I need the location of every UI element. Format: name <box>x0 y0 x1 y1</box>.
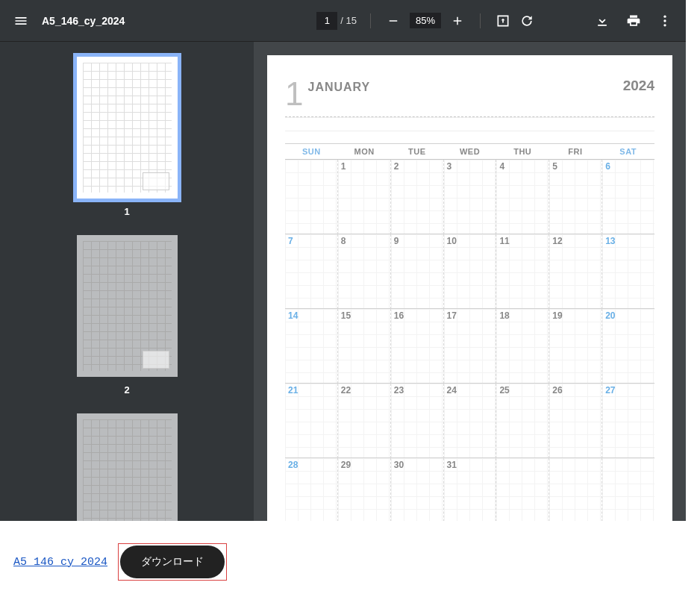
day-number: 13 <box>605 236 615 246</box>
svg-point-2 <box>663 24 666 26</box>
calendar-grid: SUNMONTUEWEDTHUFRISAT1234567891011121314… <box>285 144 654 521</box>
month-name: JANUARY <box>307 81 370 94</box>
day-number: 25 <box>499 385 509 396</box>
page-input[interactable] <box>316 12 337 30</box>
zoom-out-icon[interactable] <box>384 12 402 30</box>
zoom-controls: 85% <box>384 12 466 30</box>
thumbnail[interactable]: 2 <box>0 235 254 396</box>
day-cell: 3 <box>444 160 497 234</box>
day-cell: 7 <box>285 234 338 309</box>
thumbnail-page <box>77 57 178 199</box>
day-cell: 19 <box>549 309 602 384</box>
day-number: 15 <box>341 310 351 321</box>
month-number: 1 <box>285 78 303 110</box>
day-number: 20 <box>605 310 615 321</box>
dow-label: MON <box>338 144 391 159</box>
day-cell: 11 <box>496 234 549 309</box>
day-number: 4 <box>499 161 504 172</box>
day-number: 6 <box>605 161 610 172</box>
day-cell: 22 <box>338 384 391 458</box>
download-highlight: ダウンロード <box>118 543 227 581</box>
page-total: / 15 <box>340 15 357 26</box>
week-row: 123456 <box>285 160 654 234</box>
day-cell: 18 <box>496 309 549 384</box>
day-number: 3 <box>447 161 452 172</box>
zoom-in-icon[interactable] <box>449 12 466 30</box>
day-cell: 13 <box>602 234 654 309</box>
main-view[interactable]: 1 JANUARY 2024 SUNMONTUEWEDTHUFRISAT1234… <box>254 42 686 521</box>
thumbnail-page <box>77 235 178 377</box>
download-icon[interactable] <box>593 12 611 30</box>
day-number: 23 <box>394 385 404 396</box>
divider <box>480 13 481 28</box>
day-cell: 8 <box>338 234 391 309</box>
day-cell: 27 <box>602 384 654 458</box>
file-link[interactable]: A5_146_cy_2024 <box>13 556 107 569</box>
day-cell: 14 <box>285 309 338 384</box>
fit-page-icon[interactable] <box>494 12 512 30</box>
rotate-icon[interactable] <box>518 12 536 30</box>
day-cell: 1 <box>338 160 391 234</box>
day-cell: 29 <box>338 458 391 521</box>
day-cell: 30 <box>391 458 444 521</box>
day-number: 29 <box>341 460 351 470</box>
day-cell: 2 <box>391 160 444 234</box>
day-number: 12 <box>552 236 562 246</box>
day-cell: 16 <box>391 309 444 384</box>
svg-point-0 <box>663 15 666 17</box>
divider <box>370 13 371 28</box>
thumbnail-label: 1 <box>124 206 129 217</box>
zoom-value: 85% <box>410 13 441 28</box>
day-number: 2 <box>394 161 399 172</box>
page-footer: A5_146_cy_2024 ダウンロード <box>0 521 700 597</box>
download-button[interactable]: ダウンロード <box>120 546 225 578</box>
print-icon[interactable] <box>625 12 643 30</box>
dow-label: WED <box>443 144 496 159</box>
week-row: 78910111213 <box>285 234 654 309</box>
dow-label: FRI <box>549 144 602 159</box>
day-cell: 6 <box>602 160 654 234</box>
day-number: 19 <box>552 310 562 321</box>
week-row: 21222324252627 <box>285 384 654 458</box>
day-number: 28 <box>288 460 298 470</box>
day-cell: 5 <box>549 160 602 234</box>
day-cell: 23 <box>391 384 444 458</box>
day-cell: 26 <box>549 384 602 458</box>
week-row: 28293031 <box>285 458 654 521</box>
dow-label: SUN <box>285 144 338 159</box>
thumbnail[interactable] <box>0 413 254 521</box>
day-number: 22 <box>341 385 351 396</box>
day-number: 11 <box>499 236 509 246</box>
day-number: 7 <box>288 236 293 246</box>
dow-label: TUE <box>390 144 443 159</box>
day-cell: 24 <box>444 384 497 458</box>
thumbnail-panel[interactable]: 12 <box>0 42 254 521</box>
day-number: 26 <box>552 385 562 396</box>
doc-title: A5_146_cy_2024 <box>42 15 125 27</box>
day-cell: 20 <box>602 309 654 384</box>
toolbar: A5_146_cy_2024 / 15 85% <box>0 0 686 42</box>
thumbnail[interactable]: 1 <box>0 57 254 217</box>
page-indicator: / 15 <box>316 12 357 30</box>
day-cell: 4 <box>496 160 549 234</box>
calendar-header: 1 JANUARY 2024 <box>285 78 654 117</box>
pdf-page: 1 JANUARY 2024 SUNMONTUEWEDTHUFRISAT1234… <box>267 55 672 521</box>
menu-icon[interactable] <box>12 12 30 30</box>
day-number: 17 <box>447 310 457 321</box>
day-cell <box>549 458 602 521</box>
day-number: 18 <box>499 310 509 321</box>
day-number: 14 <box>288 310 298 321</box>
day-number: 9 <box>394 236 399 246</box>
day-number: 5 <box>552 161 557 172</box>
dow-label: THU <box>496 144 549 159</box>
day-cell: 12 <box>549 234 602 309</box>
more-icon[interactable] <box>656 12 674 30</box>
day-number: 27 <box>605 385 615 396</box>
day-number: 16 <box>394 310 404 321</box>
day-cell: 10 <box>444 234 497 309</box>
spacer <box>285 117 654 144</box>
pdf-viewer: A5_146_cy_2024 / 15 85% 12 1 JANUA <box>0 0 686 521</box>
thumbnail-label: 2 <box>124 384 129 396</box>
day-number: 8 <box>341 236 346 246</box>
dow-label: SAT <box>601 144 654 159</box>
